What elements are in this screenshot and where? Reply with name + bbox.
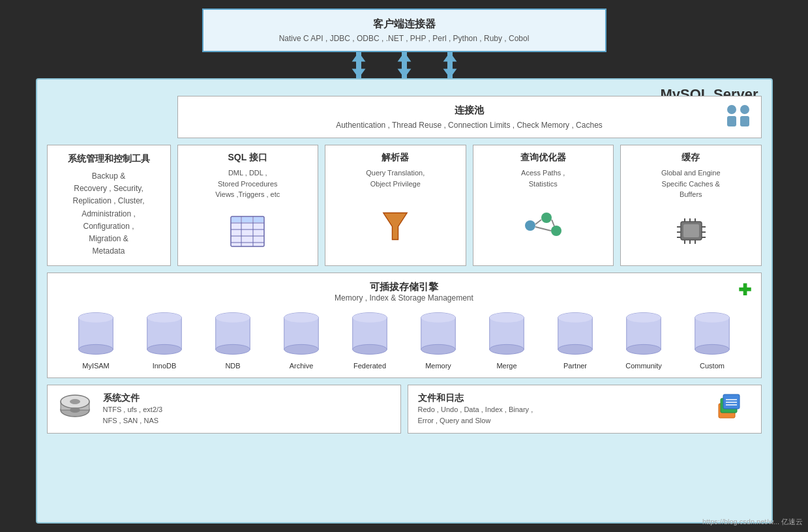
cache-icon-area [673, 204, 709, 259]
mysql-server-box: MySQL Server 连接池 Authentication , Thread… [36, 78, 773, 524]
system-tools-box: 系统管理和控制工具 Backup &Recovery , Security,Re… [47, 145, 171, 266]
engine-archive-label: Archive [290, 362, 314, 370]
engine-myisam: MyISAM [74, 309, 118, 370]
cylinder-memory-icon [416, 309, 460, 358]
svg-rect-8 [727, 116, 736, 126]
engine-community: Community [621, 309, 666, 370]
server-content: 连接池 Authentication , Thread Reuse , Conn… [47, 96, 762, 434]
svg-point-48 [147, 345, 182, 355]
arrow-right [440, 52, 460, 78]
svg-point-77 [627, 313, 661, 323]
engine-partner: Partner [553, 309, 597, 370]
engine-community-label: Community [625, 362, 662, 370]
engine-myisam-label: MyISAM [82, 362, 110, 370]
sql-interface-box: SQL 接口 DML , DDL ,Stored ProceduresViews… [177, 145, 319, 266]
cylinder-federated-icon [348, 309, 392, 358]
svg-rect-19 [254, 217, 263, 222]
client-title: 客户端连接器 [217, 18, 592, 31]
connection-pool-title: 连接池 [188, 104, 751, 117]
cache-title: 缓存 [681, 152, 700, 164]
svg-rect-18 [242, 217, 252, 222]
file-log-text: 文件和日志 Redo , Undo , Data , Index , Binar… [418, 392, 706, 426]
svg-point-73 [558, 313, 593, 323]
cylinder-ndb-icon [211, 309, 255, 358]
system-files-content: NTFS , ufs , ext2/3NFS , SAN , NAS [103, 404, 163, 426]
sql-interface-title: SQL 接口 [228, 152, 267, 164]
arrows-row [349, 52, 460, 78]
engine-memory: Memory [416, 309, 460, 370]
arrow-center [395, 52, 414, 78]
svg-point-23 [541, 213, 552, 223]
svg-point-56 [284, 345, 319, 355]
file-log-title: 文件和日志 [418, 392, 706, 404]
svg-point-60 [353, 345, 387, 355]
main-container: 客户端连接器 Native C API , JDBC , ODBC , .NET… [20, 8, 789, 524]
svg-point-57 [284, 313, 319, 323]
system-files-icon [57, 392, 93, 426]
svg-point-65 [421, 313, 456, 323]
sql-table-icon [230, 215, 265, 248]
cylinder-myisam-icon [74, 309, 118, 358]
cylinder-partner-icon [553, 309, 597, 358]
engine-ndb: NDB [211, 309, 255, 370]
cylinder-custom-icon [690, 309, 734, 358]
system-files-title: 系统文件 [103, 392, 163, 404]
cylinder-archive-icon [279, 309, 323, 358]
engine-custom-label: Custom [700, 362, 725, 370]
svg-rect-9 [740, 116, 749, 126]
svg-point-7 [740, 105, 749, 114]
connection-pool-content: Authentication , Thread Reuse , Connecti… [188, 121, 751, 130]
svg-point-80 [695, 345, 730, 355]
sql-icon-area [230, 204, 265, 259]
svg-rect-17 [232, 217, 241, 222]
engine-memory-label: Memory [425, 362, 451, 370]
optimizer-title: 查询优化器 [520, 152, 566, 164]
cylinders-row: MyISAM InnoDB [55, 309, 753, 370]
parser-box: 解析器 Query Translation,Object Privilege [325, 145, 466, 266]
engine-innodb-label: InnoDB [153, 362, 177, 370]
client-connector-box: 客户端连接器 Native C API , JDBC , ODBC , .NET… [202, 8, 606, 52]
svg-point-6 [727, 105, 736, 114]
svg-point-68 [490, 345, 524, 355]
cylinder-community-icon [621, 309, 666, 358]
svg-line-25 [535, 220, 541, 224]
svg-point-69 [490, 313, 524, 323]
svg-point-86 [70, 407, 80, 413]
svg-point-81 [695, 313, 730, 323]
svg-point-45 [79, 313, 113, 323]
engine-innodb: InnoDB [142, 309, 187, 370]
engine-partner-label: Partner [563, 362, 587, 370]
svg-point-64 [421, 345, 456, 355]
cache-box: 缓存 Global and EngineSpecific Caches &Buf… [620, 145, 762, 266]
storage-engine-subtitle: Memory , Index & Storage Management [55, 293, 753, 303]
pool-icon [722, 103, 755, 134]
engine-ndb-label: NDB [225, 362, 240, 370]
svg-point-52 [216, 345, 250, 355]
svg-marker-5 [443, 52, 456, 78]
file-log-box: 文件和日志 Redo , Undo , Data , Index , Binar… [408, 385, 762, 434]
cylinder-innodb-icon [142, 309, 187, 358]
engine-federated: Federated [348, 309, 392, 370]
svg-marker-3 [397, 52, 411, 78]
engine-federated-label: Federated [353, 362, 386, 370]
svg-point-49 [147, 313, 182, 323]
storage-engine-box: 可插拔存储引擎 Memory , Index & Storage Managem… [47, 273, 762, 378]
cache-content: Global and EngineSpecific Caches &Buffer… [661, 168, 721, 200]
cylinder-merge-icon [485, 309, 529, 358]
sql-interface-content: DML , DDL ,Stored ProceduresViews ,Trigg… [215, 168, 280, 200]
watermark: https://blog.csdn.net/w... 亿速云 [702, 517, 803, 527]
svg-point-24 [551, 226, 561, 236]
svg-point-76 [627, 345, 661, 355]
file-log-icon-svg [715, 392, 751, 421]
svg-point-85 [70, 399, 80, 404]
parser-funnel-icon [379, 210, 411, 243]
optimizer-content: Acess Paths ,Statistics [521, 168, 565, 189]
bottom-row: 系统文件 NTFS , ufs , ext2/3NFS , SAN , NAS … [47, 385, 762, 434]
parser-title: 解析器 [382, 152, 409, 164]
engine-custom: Custom [690, 309, 734, 370]
svg-rect-89 [723, 394, 740, 409]
system-tools-content: Backup &Recovery , Security,Replication … [55, 170, 162, 258]
cache-chip-icon [673, 216, 709, 246]
svg-point-22 [525, 220, 535, 231]
system-files-text: 系统文件 NTFS , ufs , ext2/3NFS , SAN , NAS [103, 392, 163, 426]
